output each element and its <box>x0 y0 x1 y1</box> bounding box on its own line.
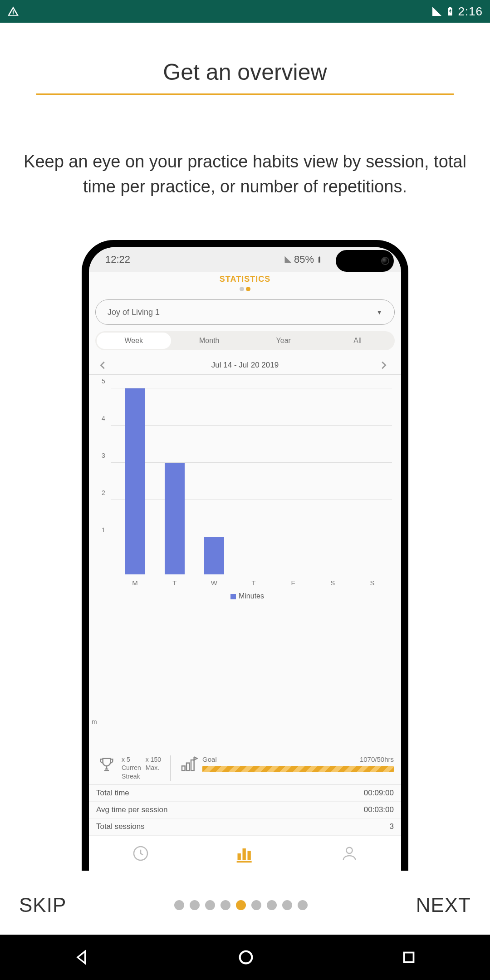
onboarding-pager: SKIP NEXT <box>0 894 490 935</box>
y-tick: 2 <box>102 489 105 496</box>
range-tab-month[interactable]: Month <box>172 331 247 350</box>
chart-legend: Minutes <box>103 592 392 600</box>
battery-charging-icon <box>445 6 455 16</box>
range-tab-week[interactable]: Week <box>97 333 171 349</box>
warning-icon <box>7 5 19 17</box>
x-tick: T <box>234 579 273 587</box>
avg-time-value: 00:03:00 <box>364 805 394 814</box>
range-tab-all[interactable]: All <box>321 331 395 350</box>
total-sessions-row: Total sessions 3 <box>89 818 401 835</box>
statistics-header: STATISTICS <box>89 272 401 284</box>
next-button[interactable]: NEXT <box>416 894 471 916</box>
range-tab-label: Month <box>199 337 219 345</box>
total-time-row: Total time 00:09:00 <box>89 785 401 802</box>
minutes-chart: 12345 m MTWTFSS Minutes <box>89 375 401 745</box>
svg-rect-1 <box>186 763 190 770</box>
inner-signal-icon <box>284 255 292 264</box>
page-subtitle: Keep an eye on your practice habits view… <box>23 149 467 199</box>
range-tab-label: Week <box>124 337 143 345</box>
x-tick: W <box>194 579 234 587</box>
svg-rect-4 <box>238 853 241 860</box>
total-sessions-value: 3 <box>390 822 394 831</box>
legend-label: Minutes <box>239 592 264 600</box>
svg-rect-10 <box>404 953 414 962</box>
y-tick: 4 <box>102 415 105 422</box>
x-tick: S <box>353 579 392 587</box>
x-tick: T <box>155 579 194 587</box>
svg-rect-5 <box>243 848 246 860</box>
range-tab-year[interactable]: Year <box>246 331 321 350</box>
page-dot[interactable] <box>298 900 308 910</box>
x-tick: M <box>115 579 155 587</box>
statistics-page-dots <box>89 287 401 291</box>
streak-columns: x 5 Curren Streak x 150 Max. <box>122 755 161 781</box>
inner-battery-icon <box>316 256 323 263</box>
page-dot[interactable] <box>282 900 292 910</box>
date-range-label: Jul 14 - Jul 20 2019 <box>112 361 378 370</box>
legend-swatch <box>230 594 236 599</box>
y-tick: 3 <box>102 452 105 459</box>
inner-status-time: 12:22 <box>105 254 130 265</box>
page-dot[interactable] <box>251 900 261 910</box>
y-axis-label: m <box>92 718 97 725</box>
page-dot[interactable] <box>205 900 215 910</box>
avg-time-row: Avg time per session 00:03:00 <box>89 802 401 818</box>
trophy-icon <box>96 755 117 774</box>
page-dot[interactable] <box>236 900 246 910</box>
svg-rect-7 <box>237 861 252 862</box>
android-nav-bar <box>0 935 490 980</box>
page-dot[interactable] <box>267 900 277 910</box>
goal-label: Goal <box>202 755 217 763</box>
signal-icon <box>431 6 442 17</box>
practice-dropdown[interactable]: Joy of Living 1 ▼ <box>95 299 395 325</box>
status-time: 2:16 <box>458 5 483 19</box>
date-navigator: Jul 14 - Jul 20 2019 <box>89 356 401 375</box>
streak-max-label: Max. <box>146 764 161 772</box>
y-tick: 1 <box>102 526 105 534</box>
chart-bar <box>125 388 145 574</box>
range-tab-label: All <box>353 337 362 345</box>
x-tick: F <box>274 579 313 587</box>
skip-button[interactable]: SKIP <box>19 894 66 916</box>
stats-tab[interactable] <box>235 843 255 863</box>
chart-bar <box>204 537 224 574</box>
avg-time-label: Avg time per session <box>96 805 167 814</box>
svg-point-8 <box>346 847 352 853</box>
page-dot[interactable] <box>220 900 230 910</box>
recent-button[interactable] <box>401 949 417 965</box>
next-date-button[interactable] <box>378 360 392 370</box>
prev-date-button[interactable] <box>98 360 112 370</box>
x-tick: S <box>313 579 353 587</box>
streak-current-label1: Curren <box>122 764 141 772</box>
page-dot[interactable] <box>190 900 200 910</box>
clock-tab[interactable] <box>132 844 150 862</box>
range-tab-label: Year <box>276 337 291 345</box>
streak-goal-row: x 5 Curren Streak x 150 Max. <box>89 753 401 785</box>
phone-mockup: 12:22 85% STATISTICS Joy of Living 1 ▼ <box>82 240 408 871</box>
inner-battery-pct: 85% <box>294 254 314 265</box>
home-button[interactable] <box>237 948 255 966</box>
total-time-label: Total time <box>96 789 129 798</box>
page-title: Get an overview <box>36 59 454 95</box>
bottom-tab-bar <box>89 835 401 871</box>
svg-rect-0 <box>182 766 185 770</box>
divider <box>170 755 171 781</box>
goal-icon <box>180 755 198 774</box>
camera-cutout <box>336 250 394 272</box>
total-time-value: 00:09:00 <box>364 789 394 798</box>
chevron-down-icon: ▼ <box>376 309 382 316</box>
range-segment: Week Month Year All <box>95 331 395 350</box>
android-status-bar: 2:16 <box>0 0 490 23</box>
svg-rect-2 <box>191 760 194 770</box>
back-button[interactable] <box>73 948 91 966</box>
chart-bar <box>165 463 185 574</box>
svg-rect-6 <box>248 851 251 860</box>
x-axis-labels: MTWTFSS <box>115 579 392 587</box>
page-dots <box>172 900 310 910</box>
goal-progress-bar <box>202 766 394 772</box>
svg-point-9 <box>240 951 252 964</box>
page-dot[interactable] <box>174 900 184 910</box>
dropdown-value: Joy of Living 1 <box>108 308 160 317</box>
total-sessions-label: Total sessions <box>96 822 145 831</box>
profile-tab[interactable] <box>340 844 358 862</box>
